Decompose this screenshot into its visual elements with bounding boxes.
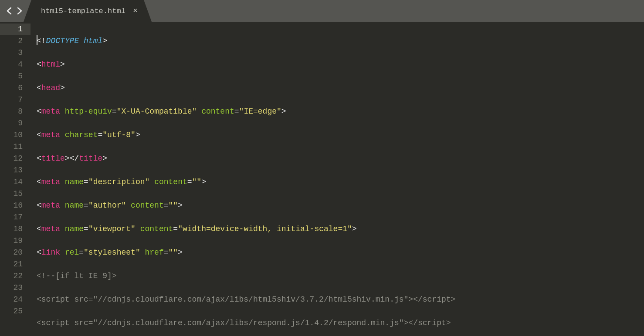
code-line: <meta name="author" content=""> xyxy=(37,200,644,212)
line-number: 13 xyxy=(0,165,31,176)
tab-bar: html5-template.html × xyxy=(0,0,644,22)
code-line: <meta charset="utf-8"> xyxy=(37,129,644,141)
code-line: <head> xyxy=(37,82,644,94)
line-number: 2 xyxy=(0,35,31,47)
line-number: 12 xyxy=(0,153,31,165)
code-line: <script src="//cdnjs.cloudflare.com/ajax… xyxy=(37,317,644,329)
tab-title: html5-template.html xyxy=(41,7,125,15)
line-number: 14 xyxy=(0,176,31,188)
line-number: 3 xyxy=(0,47,31,59)
file-tab[interactable]: html5-template.html × xyxy=(31,0,144,22)
line-number: 25 xyxy=(0,306,31,317)
code-line: <meta name="description" content=""> xyxy=(37,176,644,188)
close-icon[interactable]: × xyxy=(133,7,138,15)
line-number: 6 xyxy=(0,82,31,94)
code-line: <meta http-equiv="X-UA-Compatible" conte… xyxy=(37,106,644,118)
code-line: <link rel="stylesheet" href=""> xyxy=(37,247,644,259)
code-line: <meta name="viewport" content="width=dev… xyxy=(37,223,644,235)
line-number: 10 xyxy=(0,129,31,141)
line-number: 23 xyxy=(0,282,31,294)
code-line: <html> xyxy=(37,59,644,71)
code-line: <script src="//cdnjs.cloudflare.com/ajax… xyxy=(37,294,644,306)
editor: 1234567891011121314151617181920212223242… xyxy=(0,22,644,336)
code-line: <title></title> xyxy=(37,153,644,165)
line-number: 1 xyxy=(0,24,31,35)
code-area[interactable]: <!DOCTYPE html> <html> <head> <meta http… xyxy=(31,22,644,336)
line-number: 17 xyxy=(0,212,31,223)
nav-forward-icon[interactable] xyxy=(17,7,23,15)
line-number: 11 xyxy=(0,141,31,153)
code-line: <!DOCTYPE html> xyxy=(37,35,644,47)
line-number: 21 xyxy=(0,259,31,270)
line-number: 22 xyxy=(0,270,31,282)
nav-arrows xyxy=(0,0,27,22)
line-number: 18 xyxy=(0,223,31,235)
line-number: 5 xyxy=(0,71,31,82)
line-number: 9 xyxy=(0,118,31,129)
code-line: <!--[if lt IE 9]> xyxy=(37,270,644,282)
line-number-gutter: 1234567891011121314151617181920212223242… xyxy=(0,22,31,336)
line-number: 15 xyxy=(0,188,31,200)
line-number: 7 xyxy=(0,94,31,106)
line-number: 16 xyxy=(0,200,31,212)
nav-back-icon[interactable] xyxy=(6,7,12,15)
line-number: 24 xyxy=(0,294,31,306)
line-number: 4 xyxy=(0,59,31,71)
line-number: 19 xyxy=(0,235,31,247)
line-number: 20 xyxy=(0,247,31,259)
line-number: 8 xyxy=(0,106,31,118)
